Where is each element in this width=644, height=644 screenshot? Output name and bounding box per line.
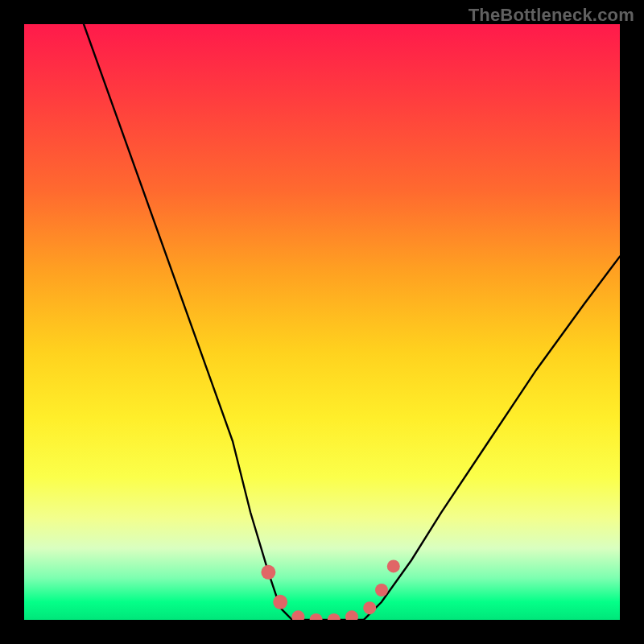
curve-layer xyxy=(24,24,620,620)
curve-right-branch xyxy=(364,257,620,620)
curve-left-branch xyxy=(84,24,292,620)
chart-frame: TheBottleneck.com xyxy=(0,0,644,644)
marker-3 xyxy=(310,613,323,620)
marker-4 xyxy=(328,613,341,620)
marker-7 xyxy=(375,584,388,597)
marker-1 xyxy=(273,595,287,609)
marker-2 xyxy=(291,610,304,620)
marker-8 xyxy=(387,559,400,572)
marker-6 xyxy=(363,601,376,614)
marker-5 xyxy=(345,610,358,620)
watermark-text: TheBottleneck.com xyxy=(469,5,634,26)
marker-0 xyxy=(261,565,275,580)
